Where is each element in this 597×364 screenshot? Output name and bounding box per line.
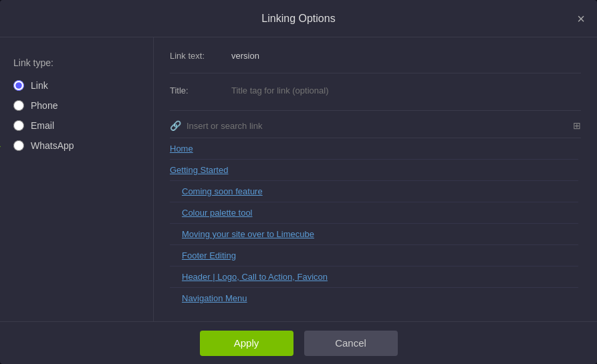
title-label: Title:: [170, 85, 223, 96]
modal-header: Linking Options ×: [0, 0, 597, 37]
link-text-row: Link text: version: [170, 51, 581, 61]
link-item-footer-editing[interactable]: Footer Editing: [170, 245, 578, 266]
radio-link[interactable]: [13, 80, 24, 91]
link-item-colour-palette[interactable]: Colour palette tool: [170, 202, 578, 224]
link-item-coming-soon[interactable]: Coming soon feature: [170, 181, 578, 202]
link-icon: 🔗: [170, 120, 181, 131]
link-type-label: Link type:: [13, 57, 140, 68]
modal: Linking Options × Link type: Link Phone: [0, 0, 597, 364]
external-link-icon[interactable]: ⊞: [573, 120, 581, 131]
link-item-home[interactable]: Home: [170, 138, 578, 160]
radio-whatsapp[interactable]: [13, 140, 24, 151]
radio-link-label: Link: [31, 80, 48, 91]
radio-email[interactable]: [13, 120, 24, 131]
link-item-getting-started[interactable]: Getting Started: [170, 160, 578, 181]
title-row: Title:: [170, 83, 581, 98]
divider-2: [170, 110, 581, 111]
main-content: Link text: version Title: 🔗 ⊞: [154, 37, 597, 321]
radio-phone-label: Phone: [31, 100, 57, 111]
radio-item-email[interactable]: Email: [13, 120, 140, 131]
modal-footer: Apply Cancel: [0, 321, 597, 364]
sidebar: Link type: Link Phone Email: [0, 37, 154, 321]
radio-email-label: Email: [31, 120, 54, 131]
search-row: 🔗 ⊞: [170, 120, 581, 138]
search-input[interactable]: [187, 121, 568, 131]
radio-item-whatsapp[interactable]: WhatsApp: [13, 140, 140, 151]
modal-overlay: Linking Options × Link type: Link Phone: [0, 0, 597, 364]
cancel-button[interactable]: Cancel: [304, 331, 398, 356]
modal-title: Linking Options: [261, 13, 335, 25]
radio-whatsapp-label: WhatsApp: [31, 140, 74, 151]
title-input[interactable]: [231, 83, 581, 98]
link-item-navigation-menu[interactable]: Navigation Menu: [170, 288, 578, 308]
close-button[interactable]: ×: [577, 12, 585, 25]
radio-item-link[interactable]: Link: [13, 80, 140, 91]
link-text-value: version: [231, 51, 259, 61]
radio-item-phone[interactable]: Phone: [13, 100, 140, 111]
link-text-label: Link text:: [170, 51, 223, 61]
links-list: Home Getting Started Coming soon feature…: [170, 138, 581, 308]
radio-group: Link Phone Email WhatsApp: [13, 80, 140, 151]
apply-button[interactable]: Apply: [200, 331, 293, 356]
link-item-header-logo[interactable]: Header | Logo, Call to Action, Favicon: [170, 266, 578, 288]
link-item-moving-site[interactable]: Moving your site over to Limecube: [170, 224, 578, 245]
modal-body: Link type: Link Phone Email: [0, 37, 597, 321]
radio-phone[interactable]: [13, 100, 24, 111]
divider-1: [170, 73, 581, 73]
